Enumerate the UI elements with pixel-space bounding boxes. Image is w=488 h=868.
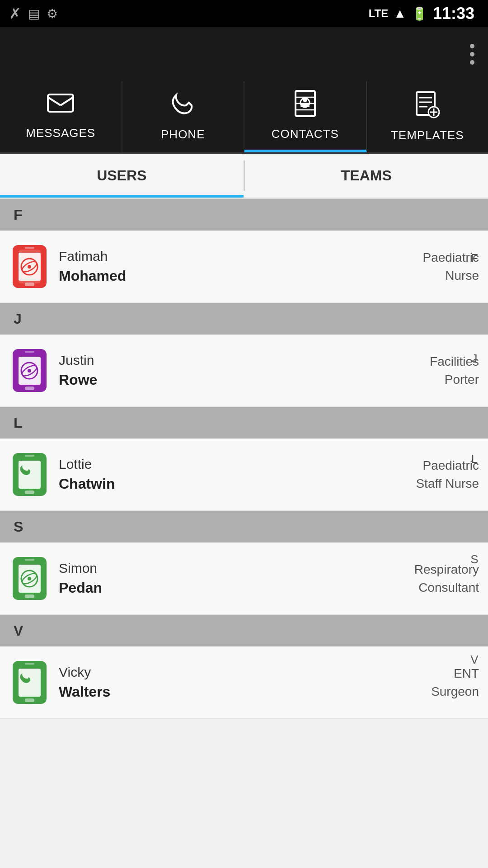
more-options-button[interactable] bbox=[470, 44, 474, 65]
contact-info-fatimah: Fatimah Mohamed bbox=[59, 249, 413, 284]
contact-firstname-fatimah: Fatimah bbox=[59, 249, 413, 264]
contact-lastname-vicky: Walters bbox=[59, 684, 422, 700]
status-icons-left: ✗ ▤ ⚙ bbox=[9, 5, 58, 22]
battery-icon: 🔋 bbox=[412, 6, 427, 21]
sim-icon: ▤ bbox=[28, 6, 40, 21]
contact-row-vicky[interactable]: Vicky Walters ENT Surgeon bbox=[0, 646, 488, 719]
messages-icon bbox=[47, 94, 74, 122]
wifi-off-icon: ✗ bbox=[9, 5, 21, 22]
sub-tab-users-label: USERS bbox=[97, 167, 146, 184]
section-letter-l: L bbox=[14, 415, 23, 431]
status-icons-right: LTE ▲ 🔋 11:33 bbox=[369, 4, 474, 23]
contact-lastname-justin: Rowe bbox=[59, 372, 421, 388]
contact-row-simon[interactable]: Simon Pedan Respiratory Consultant bbox=[0, 542, 488, 615]
svg-point-39 bbox=[28, 577, 31, 580]
tab-contacts[interactable]: CONTACTS bbox=[244, 81, 367, 152]
svg-rect-40 bbox=[25, 594, 34, 598]
avatar-simon bbox=[9, 554, 50, 604]
avatar-vicky bbox=[9, 658, 50, 708]
svg-point-28 bbox=[28, 369, 31, 373]
alpha-l[interactable]: L bbox=[471, 453, 478, 465]
content-wrapper: F Fatimah bbox=[0, 199, 488, 868]
sub-tab-teams-label: TEAMS bbox=[341, 167, 392, 184]
alphabet-sidebar: F J L S V bbox=[461, 199, 488, 719]
avatar-lottie bbox=[9, 450, 50, 500]
phone-icon bbox=[172, 93, 194, 123]
sub-tab-teams[interactable]: TEAMS bbox=[245, 154, 488, 198]
status-bar: ✗ ▤ ⚙ LTE ▲ 🔋 11:33 bbox=[0, 0, 488, 27]
tab-contacts-label: CONTACTS bbox=[272, 127, 339, 141]
contact-row-justin[interactable]: Justin Rowe Facilities Porter bbox=[0, 335, 488, 407]
section-header-j: J bbox=[0, 303, 488, 335]
section-letter-s: S bbox=[14, 519, 23, 535]
section-header-s: S bbox=[0, 511, 488, 542]
svg-rect-34 bbox=[25, 455, 34, 457]
alpha-f[interactable]: F bbox=[471, 252, 478, 264]
svg-rect-23 bbox=[25, 247, 34, 249]
templates-icon bbox=[415, 91, 440, 124]
section-letter-v: V bbox=[14, 623, 23, 639]
sub-tabs: USERS TEAMS bbox=[0, 154, 488, 199]
svg-rect-32 bbox=[19, 461, 41, 489]
svg-line-2 bbox=[61, 97, 73, 105]
contact-info-simon: Simon Pedan bbox=[59, 561, 405, 596]
svg-rect-22 bbox=[25, 283, 34, 286]
sub-tab-users[interactable]: USERS bbox=[0, 154, 244, 198]
android-icon: ⚙ bbox=[47, 6, 58, 21]
tab-templates-label: TEMPLATES bbox=[391, 128, 464, 142]
svg-point-21 bbox=[28, 265, 31, 269]
alpha-j[interactable]: J bbox=[472, 353, 478, 364]
svg-point-8 bbox=[303, 98, 307, 102]
contact-list: F Fatimah bbox=[0, 199, 488, 719]
contacts-icon bbox=[293, 90, 318, 123]
section-header-l: L bbox=[0, 407, 488, 439]
contact-lastname-simon: Pedan bbox=[59, 580, 405, 596]
contact-firstname-simon: Simon bbox=[59, 561, 405, 576]
tab-templates[interactable]: TEMPLATES bbox=[367, 81, 488, 152]
avatar-fatimah bbox=[9, 242, 50, 292]
tab-phone[interactable]: PHONE bbox=[122, 81, 245, 152]
status-time: 11:33 bbox=[433, 4, 474, 23]
svg-line-1 bbox=[48, 97, 61, 105]
lte-icon: LTE bbox=[369, 7, 389, 20]
contact-firstname-justin: Justin bbox=[59, 353, 421, 368]
alpha-s[interactable]: S bbox=[470, 553, 478, 565]
svg-rect-30 bbox=[25, 351, 34, 353]
section-letter-f: F bbox=[14, 207, 23, 223]
section-header-v: V bbox=[0, 615, 488, 646]
contact-firstname-lottie: Lottie bbox=[59, 457, 407, 472]
svg-rect-33 bbox=[25, 491, 34, 494]
avatar-justin bbox=[9, 346, 50, 396]
top-nav bbox=[0, 27, 488, 81]
contact-info-lottie: Lottie Chatwin bbox=[59, 457, 407, 492]
svg-rect-45 bbox=[25, 663, 34, 665]
svg-rect-41 bbox=[25, 559, 34, 561]
contact-row-fatimah[interactable]: Fatimah Mohamed Paediatric Nurse bbox=[0, 231, 488, 303]
contact-firstname-vicky: Vicky bbox=[59, 665, 422, 680]
signal-icon: ▲ bbox=[394, 6, 406, 21]
svg-rect-44 bbox=[25, 698, 34, 702]
section-header-f: F bbox=[0, 199, 488, 231]
tab-bar: MESSAGES PHONE CONTACTS bbox=[0, 81, 488, 154]
tab-messages-label: MESSAGES bbox=[26, 126, 95, 140]
section-letter-j: J bbox=[14, 311, 22, 327]
contact-info-justin: Justin Rowe bbox=[59, 353, 421, 388]
alpha-v[interactable]: V bbox=[470, 654, 478, 665]
svg-rect-29 bbox=[25, 387, 34, 390]
svg-rect-0 bbox=[48, 94, 73, 112]
contact-row-lottie[interactable]: Lottie Chatwin Paediatric Staff Nurse bbox=[0, 439, 488, 511]
tab-phone-label: PHONE bbox=[161, 127, 205, 142]
contact-info-vicky: Vicky Walters bbox=[59, 665, 422, 700]
contact-lastname-fatimah: Mohamed bbox=[59, 268, 413, 284]
contact-lastname-lottie: Chatwin bbox=[59, 476, 407, 492]
svg-rect-43 bbox=[19, 669, 41, 697]
tab-messages[interactable]: MESSAGES bbox=[0, 81, 122, 152]
